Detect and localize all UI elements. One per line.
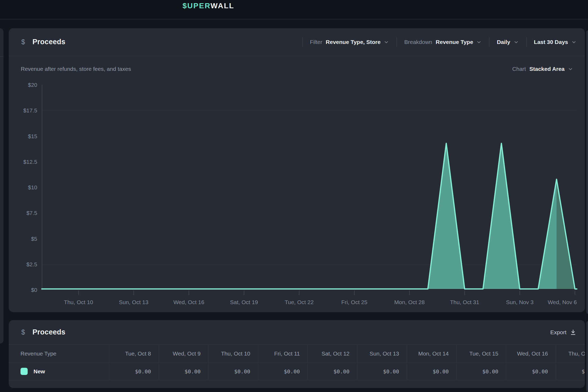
table-row-first-cell: New <box>9 363 109 380</box>
svg-text:Thu, Oct 31: Thu, Oct 31 <box>450 299 479 305</box>
chart-type-label: Chart <box>512 66 526 72</box>
table-card-header: $ Proceeds Export <box>9 320 585 345</box>
table-value-cell: $0.00 <box>208 363 258 380</box>
chevron-down-icon <box>513 39 519 45</box>
chart-subheader: Revenue after refunds, store fees, and t… <box>9 57 585 81</box>
date-range-value: Last 30 Days <box>534 39 568 45</box>
export-button[interactable]: Export <box>550 320 576 344</box>
date-column-header: Thu, Oct 10 <box>208 345 258 362</box>
svg-text:Wed, Oct 16: Wed, Oct 16 <box>173 299 204 305</box>
chevron-down-icon <box>476 39 482 45</box>
table-value-cell: $0.00 <box>307 363 357 380</box>
svg-text:$5: $5 <box>31 236 37 242</box>
chart-controls: Filter Revenue Type, Store Breakdown Rev… <box>295 28 577 56</box>
breakdown-label: Breakdown <box>404 39 432 45</box>
date-column-header: Sun, Oct 13 <box>357 345 407 362</box>
divider <box>526 37 527 47</box>
chart-type-control[interactable]: Chart Stacked Area <box>512 66 573 72</box>
adjacent-card-right-edge-bottom <box>586 321 588 392</box>
table-value-cell: $0.00 <box>407 363 456 380</box>
date-column-header: Tue, Oct 8 <box>109 345 159 362</box>
breakdown-control[interactable]: Breakdown Revenue Type <box>404 39 482 45</box>
svg-text:$20: $20 <box>28 82 37 88</box>
chart-card-title: Proceeds <box>32 38 65 46</box>
chevron-down-icon <box>571 39 577 45</box>
date-column-header: Wed, Oct 9 <box>159 345 208 362</box>
dollar-icon: $ <box>21 38 25 46</box>
svg-text:$15: $15 <box>28 133 37 139</box>
filter-label: Filter <box>310 39 322 45</box>
filter-control[interactable]: Filter Revenue Type, Store <box>310 39 390 45</box>
date-column-header: Tue, Oct 15 <box>456 345 506 362</box>
svg-text:Tue, Oct 22: Tue, Oct 22 <box>285 299 314 305</box>
table-value-cell: $0.00 <box>506 363 556 380</box>
svg-text:Sun, Oct 13: Sun, Oct 13 <box>119 299 148 305</box>
table-header-row: Revenue Type Tue, Oct 8Wed, Oct 9Thu, Oc… <box>9 345 585 362</box>
logo-rest-text: WALL <box>210 2 234 10</box>
svg-text:$17.5: $17.5 <box>23 107 37 113</box>
date-range-control[interactable]: Last 30 Days <box>534 39 577 45</box>
date-column-header: Wed, Oct 16 <box>506 345 556 362</box>
date-column-header: Mon, Oct 14 <box>407 345 456 362</box>
top-nav: $UPERWALL <box>0 0 588 19</box>
date-column-header: Sat, Oct 12 <box>307 345 357 362</box>
proceeds-table-card: $ Proceeds Export Revenue Type Tue, Oct … <box>9 320 585 388</box>
breakdown-value: Revenue Type <box>436 39 473 45</box>
divider <box>302 37 303 47</box>
revenue-type-column-header: Revenue Type <box>20 350 56 357</box>
dollar-icon: $ <box>21 328 25 336</box>
svg-text:$2.5: $2.5 <box>26 261 37 267</box>
chevron-down-icon <box>383 39 389 45</box>
filter-value: Revenue Type, Store <box>326 39 380 45</box>
logo-accent-text: $UPER <box>183 2 210 10</box>
table-value-cell: $0.00 <box>258 363 308 380</box>
table-value-cell: $0.00 <box>109 363 159 380</box>
download-icon <box>570 329 576 336</box>
svg-text:Wed, Nov 6: Wed, Nov 6 <box>548 299 577 305</box>
export-label: Export <box>550 329 566 336</box>
chevron-down-icon <box>568 66 573 72</box>
series-name: New <box>34 368 45 375</box>
table-row: New $0.00$0.00$0.00$0.00$0.00$0.00$0.00$… <box>9 362 585 380</box>
app-logo[interactable]: $UPERWALL <box>183 0 234 12</box>
chart-subtitle: Revenue after refunds, store fees, and t… <box>21 66 131 72</box>
chart-card-header: $ Proceeds Filter Revenue Type, Store Br… <box>9 28 585 56</box>
table-value-cell: $0.00 <box>556 363 585 380</box>
svg-text:$12.5: $12.5 <box>23 159 37 165</box>
date-column-header: Thu, Oct 17 <box>556 345 585 362</box>
divider <box>396 37 397 47</box>
svg-text:$7.5: $7.5 <box>26 210 37 216</box>
svg-text:$10: $10 <box>28 184 37 190</box>
table-value-cell: $0.00 <box>159 363 208 380</box>
svg-text:Fri, Oct 25: Fri, Oct 25 <box>341 299 367 305</box>
svg-text:Mon, Oct 28: Mon, Oct 28 <box>394 299 425 305</box>
granularity-control[interactable]: Daily <box>497 39 519 45</box>
svg-text:$0: $0 <box>31 287 37 293</box>
adjacent-card-left-edge <box>0 28 3 344</box>
stacked-area-chart: $20$17.5$15$12.5$10$7.5$5$2.5$0Thu, Oct … <box>9 81 585 310</box>
date-column-header: Fri, Oct 11 <box>258 345 308 362</box>
svg-text:Sat, Oct 19: Sat, Oct 19 <box>230 299 258 305</box>
table-card-title: Proceeds <box>32 328 65 336</box>
proceeds-chart-card: $ Proceeds Filter Revenue Type, Store Br… <box>9 28 585 312</box>
svg-text:Sun, Nov 3: Sun, Nov 3 <box>506 299 534 305</box>
series-color-swatch <box>20 368 28 375</box>
chart-type-value: Stacked Area <box>529 66 565 72</box>
adjacent-card-right-edge-top <box>586 30 588 314</box>
table-value-cell: $0.00 <box>456 363 506 380</box>
svg-text:Thu, Oct 10: Thu, Oct 10 <box>64 299 93 305</box>
table-header-first-cell: Revenue Type <box>9 345 109 362</box>
table-value-cell: $0.00 <box>357 363 407 380</box>
granularity-value: Daily <box>497 39 510 45</box>
divider <box>489 37 490 47</box>
